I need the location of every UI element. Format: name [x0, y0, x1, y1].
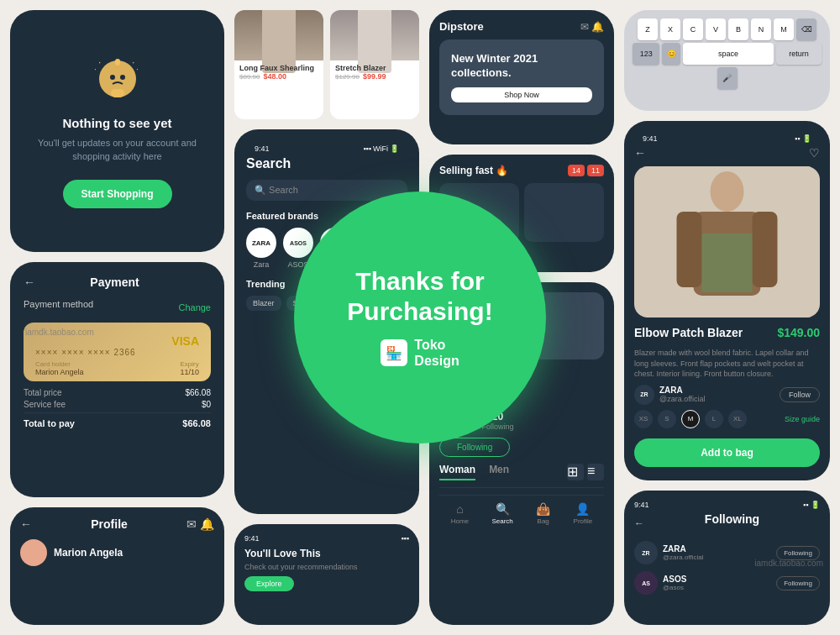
- size-guide[interactable]: Size guide: [785, 415, 820, 423]
- following-button[interactable]: Following: [439, 438, 510, 457]
- size-l[interactable]: L: [705, 410, 723, 428]
- key-mic[interactable]: 🎤: [717, 67, 738, 89]
- following-back[interactable]: ←: [634, 517, 644, 529]
- profile-avatar: [20, 539, 47, 566]
- status-time: 9:41: [255, 144, 270, 153]
- payment-screen: ← Payment Payment method Change VISA ×××…: [10, 262, 224, 497]
- keyboard-screen: Z X C V B N M ⌫ 123 😊 space return 🎤: [624, 10, 830, 111]
- payment-method-row: Payment method Change: [24, 299, 211, 316]
- overlay-brand: 🏪 TokoDesign: [381, 337, 459, 369]
- total-price: $66.08: [185, 388, 211, 397]
- svg-point-2: [110, 75, 115, 80]
- card-number: ×××× ×××× ×××× 2366: [35, 348, 199, 357]
- reco-subtitle: Check out your recommendations: [244, 563, 409, 571]
- following-screen: 9:41 ▪▪ 🔋 ← Following ZR ZARA @zara.offi…: [624, 491, 830, 625]
- key-v[interactable]: V: [706, 18, 726, 40]
- product-card-1: Long Faux Shearling $89.90 $48.00: [234, 10, 323, 119]
- reco-title: You'll Love This: [244, 548, 409, 559]
- product-detail-screen: 9:41 ▪▪ 🔋 ← ♡ Elbow Patch Blazer: [624, 121, 830, 480]
- product-card-2: Stretch Blazer $129.90 $99.99: [330, 10, 419, 119]
- product-detail-image: [634, 166, 820, 318]
- unfollow-asos[interactable]: Following: [776, 576, 820, 590]
- payment-title: Payment: [42, 276, 187, 289]
- detail-back-icon[interactable]: ←: [634, 146, 646, 160]
- detail-heart-icon[interactable]: ♡: [809, 146, 820, 160]
- size-m[interactable]: M: [681, 410, 700, 428]
- brand-handle: @zara.official: [659, 395, 706, 403]
- svg-text:·: ·: [132, 56, 134, 68]
- collection-title: New Winter 2021 collections.: [451, 52, 592, 81]
- svg-rect-12: [677, 212, 702, 287]
- list-view-icon[interactable]: ≡: [587, 464, 604, 480]
- tab-home[interactable]: ⌂ Home: [451, 502, 469, 525]
- svg-rect-4: [115, 59, 120, 66]
- key-n[interactable]: N: [751, 18, 771, 40]
- payment-header: ← Payment: [24, 276, 211, 289]
- explore-button[interactable]: Explore: [244, 576, 294, 591]
- key-c[interactable]: C: [683, 18, 703, 40]
- svg-rect-14: [702, 234, 753, 292]
- add-to-bag-button[interactable]: Add to bag: [634, 438, 820, 467]
- following-brand-asos: ASOS: [663, 575, 776, 584]
- svg-rect-13: [753, 212, 778, 287]
- brand-logo-zara: ZARA: [246, 228, 276, 258]
- brand-zara: ZARA Zara: [246, 228, 276, 269]
- following-item-asos: AS ASOS @asos Following: [634, 571, 820, 595]
- tab-woman[interactable]: Woman: [439, 464, 475, 480]
- category-tabs: Woman Men ⊞ ≡: [439, 464, 604, 488]
- trend-item-1[interactable]: Blazer: [246, 296, 281, 311]
- key-space[interactable]: space: [683, 43, 774, 65]
- product-detail-title: Elbow Patch Blazer: [634, 326, 743, 339]
- notification-screen: · · · · Nothing to see yet You'll get up…: [10, 10, 224, 252]
- tab-men[interactable]: Men: [489, 464, 509, 480]
- watermark-1: iamdk.taobao.com: [25, 328, 94, 337]
- profile-title: Profile: [91, 517, 128, 531]
- key-x[interactable]: X: [660, 18, 680, 40]
- size-xs[interactable]: XS: [634, 410, 653, 428]
- brand-follow-row: ZR ZARA @zara.official Follow: [634, 385, 820, 405]
- svg-point-3: [120, 75, 125, 80]
- unfollow-zara[interactable]: Following: [776, 546, 820, 560]
- svg-point-10: [711, 171, 744, 212]
- key-emoji[interactable]: 😊: [662, 43, 680, 65]
- selling-fast-label: Selling fast 🔥: [439, 165, 508, 176]
- tab-search[interactable]: 🔍 Search: [491, 502, 512, 525]
- follow-button[interactable]: Follow: [780, 387, 820, 402]
- reco-time: 9:41: [244, 534, 260, 543]
- key-b[interactable]: B: [728, 18, 748, 40]
- start-shopping-button[interactable]: Start Shopping: [63, 180, 172, 208]
- service-fee: $0: [202, 400, 211, 409]
- products-row: Long Faux Shearling $89.90 $48.00 Stretc…: [234, 10, 419, 119]
- key-m[interactable]: M: [774, 18, 794, 40]
- following-logo-asos: AS: [634, 571, 658, 595]
- visa-label: VISA: [171, 334, 199, 348]
- detail-time: 9:41: [643, 134, 658, 143]
- tab-bag[interactable]: 👜 Bag: [536, 502, 550, 525]
- card-holder-label: Card holder: [35, 360, 84, 368]
- change-link[interactable]: Change: [178, 302, 211, 312]
- dipstore-brand: Dipstore: [439, 20, 484, 33]
- service-fee-label: Service fee: [24, 400, 66, 409]
- overlay-brand-name: TokoDesign: [414, 337, 459, 369]
- shop-now-button[interactable]: Shop Now: [451, 87, 592, 102]
- following-handle-asos: @asos: [663, 584, 776, 591]
- product-detail-desc: Blazer made with wool blend fabric. Lape…: [634, 348, 820, 380]
- following-title: Following: [644, 512, 820, 526]
- size-s[interactable]: S: [658, 410, 676, 428]
- tab-profile[interactable]: 👤 Profile: [574, 502, 593, 525]
- grid-view-icon[interactable]: ⊞: [567, 464, 584, 480]
- search-title: Search: [246, 156, 407, 171]
- profile-screen: ← Profile ✉ 🔔 Marion Angela: [10, 507, 224, 625]
- key-return[interactable]: return: [776, 43, 822, 65]
- size-xl[interactable]: XL: [728, 410, 747, 428]
- column-4: Z X C V B N M ⌫ 123 😊 space return 🎤: [624, 10, 830, 625]
- payment-method-label: Payment method: [24, 299, 93, 309]
- profile-name: Marion Angela: [54, 547, 123, 559]
- key-backspace[interactable]: ⌫: [796, 18, 816, 40]
- key-z[interactable]: Z: [638, 18, 658, 40]
- product-new-price-2: $99.99: [363, 72, 386, 81]
- product-old-price-1: $89.90: [239, 73, 260, 81]
- brand-name-zara: Zara: [254, 260, 270, 269]
- key-123[interactable]: 123: [633, 43, 659, 65]
- purchase-overlay: Thanks forPurchasing! 🏪 TokoDesign: [294, 192, 546, 443]
